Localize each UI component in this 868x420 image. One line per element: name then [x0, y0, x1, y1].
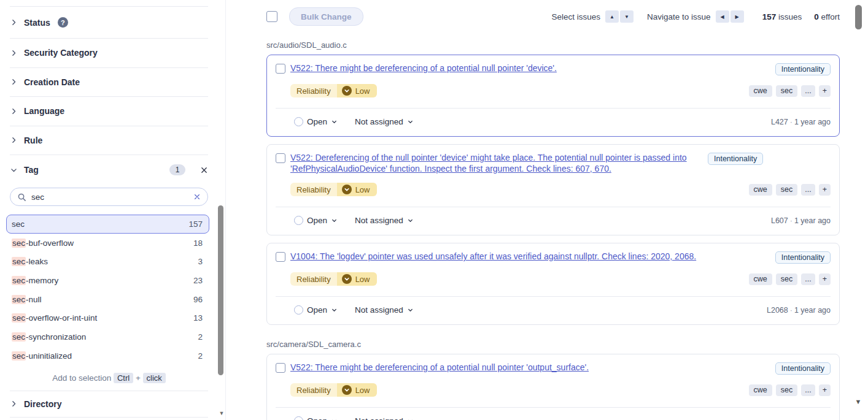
- issues-list-panel: Bulk Change Select issues ▲ ▼ Navigate t…: [266, 0, 840, 420]
- tag-option-count: 2: [198, 351, 203, 361]
- issue-card[interactable]: V522: There might be dereferencing of a …: [266, 354, 840, 420]
- tag-option-sec-memory[interactable]: sec-memory 23: [6, 271, 209, 290]
- sidebar-scrollbar-thumb[interactable]: [218, 205, 223, 375]
- tag-option-sec-null[interactable]: sec-null 96: [6, 290, 209, 309]
- navigate-to-issue-label: Navigate to issue: [647, 12, 711, 21]
- issue-tag-chip[interactable]: sec: [776, 384, 797, 396]
- more-tags-chip[interactable]: ...: [801, 184, 815, 196]
- software-quality-badge[interactable]: Reliability Low: [290, 84, 377, 97]
- more-tags-chip[interactable]: ...: [801, 273, 815, 285]
- clear-tag-filter-icon[interactable]: [200, 166, 208, 174]
- tag-option-label: sec: [12, 220, 25, 229]
- issue-tag-chip[interactable]: sec: [776, 85, 797, 97]
- facet-directory[interactable]: Directory: [10, 391, 208, 418]
- select-previous-issue-button[interactable]: ▲: [605, 10, 619, 23]
- clean-code-attribute-badge[interactable]: Intentionality: [708, 153, 763, 165]
- open-status-icon: [294, 117, 303, 126]
- tag-option-sec-uninitialized[interactable]: sec-uninitialized 2: [6, 346, 209, 365]
- clear-search-icon[interactable]: [193, 193, 201, 200]
- facet-status[interactable]: Status ?: [10, 6, 208, 39]
- issue-checkbox[interactable]: [276, 64, 285, 74]
- tag-option-sec-overflow-or-int-uint[interactable]: sec-overflow-or-int-uint 13: [6, 308, 209, 327]
- issue-assignee-dropdown[interactable]: Not assigned: [355, 216, 414, 225]
- issue-tag-chip[interactable]: sec: [776, 273, 797, 285]
- sidebar-scroll-down-arrow[interactable]: ▼: [217, 410, 226, 416]
- select-issues-label: Select issues: [552, 12, 601, 21]
- issue-card[interactable]: V522: There might be dereferencing of a …: [266, 55, 840, 137]
- tag-option-sec[interactable]: sec 157: [6, 215, 209, 234]
- issue-checkbox[interactable]: [276, 153, 285, 163]
- issue-tag-chip[interactable]: cwe: [749, 184, 772, 196]
- issue-status-dropdown[interactable]: Open: [294, 117, 338, 126]
- issue-assignee-dropdown[interactable]: Not assigned: [355, 416, 414, 420]
- issue-status-dropdown[interactable]: Open: [294, 305, 338, 315]
- issue-tag-chip[interactable]: sec: [776, 184, 797, 196]
- active-filter-count-badge: 1: [169, 164, 185, 175]
- facet-creation-date[interactable]: Creation Date: [10, 68, 208, 97]
- clean-code-attribute-badge[interactable]: Intentionality: [775, 251, 831, 264]
- facet-label: Language: [24, 106, 64, 116]
- software-quality-badge[interactable]: Reliability Low: [290, 383, 377, 397]
- software-quality-badge[interactable]: Reliability Low: [290, 272, 377, 286]
- open-status-icon: [294, 305, 303, 315]
- tag-option-count: 18: [193, 239, 203, 248]
- issue-title-link[interactable]: V522: There might be dereferencing of a …: [290, 362, 763, 373]
- facet-rule[interactable]: Rule: [10, 126, 208, 156]
- issue-title-link[interactable]: V522: There might be dereferencing of a …: [290, 63, 763, 74]
- tag-option-label: sec-synchronization: [12, 332, 86, 342]
- navigate-next-issue-button[interactable]: ▶: [730, 10, 744, 23]
- issue-assignee-dropdown[interactable]: Not assigned: [355, 305, 414, 315]
- tag-option-label: sec-null: [12, 295, 42, 304]
- help-icon[interactable]: ?: [58, 17, 68, 28]
- more-tags-chip[interactable]: ...: [801, 384, 815, 396]
- click-key-chip: click: [143, 373, 166, 383]
- add-tag-chip[interactable]: +: [819, 273, 831, 285]
- issue-checkbox[interactable]: [276, 363, 285, 373]
- facet-label: Rule: [24, 136, 42, 145]
- add-tag-chip[interactable]: +: [819, 384, 831, 396]
- issue-checkbox[interactable]: [276, 252, 285, 262]
- chevron-right-icon: [10, 136, 18, 144]
- issue-status-dropdown[interactable]: Open: [294, 216, 338, 225]
- issue-title-link[interactable]: V522: Dereferencing of the null pointer …: [290, 153, 696, 174]
- issue-location-meta: L2068·1 year ago: [767, 306, 831, 315]
- severity-low-icon: [342, 185, 352, 194]
- software-quality-badge[interactable]: Reliability Low: [290, 183, 377, 196]
- facet-tag[interactable]: Tag 1: [10, 155, 208, 185]
- issue-status-dropdown[interactable]: Open: [294, 416, 338, 420]
- issue-card[interactable]: V522: Dereferencing of the null pointer …: [266, 144, 840, 235]
- facet-label: Tag: [24, 165, 39, 175]
- clean-code-attribute-badge[interactable]: Intentionality: [775, 362, 831, 375]
- issue-tag-chip[interactable]: cwe: [749, 384, 772, 396]
- add-tag-chip[interactable]: +: [819, 184, 831, 196]
- clean-code-attribute-badge[interactable]: Intentionality: [775, 63, 831, 75]
- chevron-down-icon: [10, 166, 18, 174]
- facet-security-category[interactable]: Security Category: [10, 39, 208, 68]
- tag-option-sec-buf-overflow[interactable]: sec-buf-overflow 18: [6, 234, 209, 253]
- main-scroll-down-arrow[interactable]: ▼: [853, 398, 863, 405]
- main-scrollbar-thumb[interactable]: [855, 5, 862, 29]
- issue-title-link[interactable]: V1004: The 'logdev' pointer was used uns…: [290, 251, 763, 262]
- file-group-header: src/camera/SDL_camera.c: [266, 340, 840, 349]
- search-icon: [17, 193, 26, 202]
- tag-option-sec-leaks[interactable]: sec-leaks 3: [6, 252, 209, 271]
- severity-low-icon: [342, 385, 352, 395]
- bulk-change-button[interactable]: Bulk Change: [289, 7, 363, 26]
- tag-search-input[interactable]: [31, 193, 188, 202]
- navigate-previous-issue-button[interactable]: ◀: [716, 10, 729, 23]
- issue-card[interactable]: V1004: The 'logdev' pointer was used uns…: [266, 243, 840, 325]
- issue-assignee-dropdown[interactable]: Not assigned: [355, 117, 414, 126]
- facet-language[interactable]: Language: [10, 97, 208, 126]
- issue-tag-chip[interactable]: cwe: [749, 273, 772, 285]
- add-tag-chip[interactable]: +: [819, 85, 831, 97]
- issue-tag-chip[interactable]: cwe: [749, 85, 772, 97]
- issue-location-meta: L607·1 year ago: [771, 216, 831, 225]
- select-next-issue-button[interactable]: ▼: [620, 10, 634, 23]
- select-all-checkbox[interactable]: [266, 11, 277, 22]
- issue-age: 1 year ago: [794, 306, 831, 315]
- tag-option-label: sec-buf-overflow: [12, 239, 74, 248]
- issue-location-meta: L427·1 year ago: [771, 118, 831, 126]
- tag-option-sec-synchronization[interactable]: sec-synchronization 2: [6, 327, 209, 346]
- issue-age: 1 year ago: [794, 216, 831, 225]
- more-tags-chip[interactable]: ...: [801, 85, 815, 97]
